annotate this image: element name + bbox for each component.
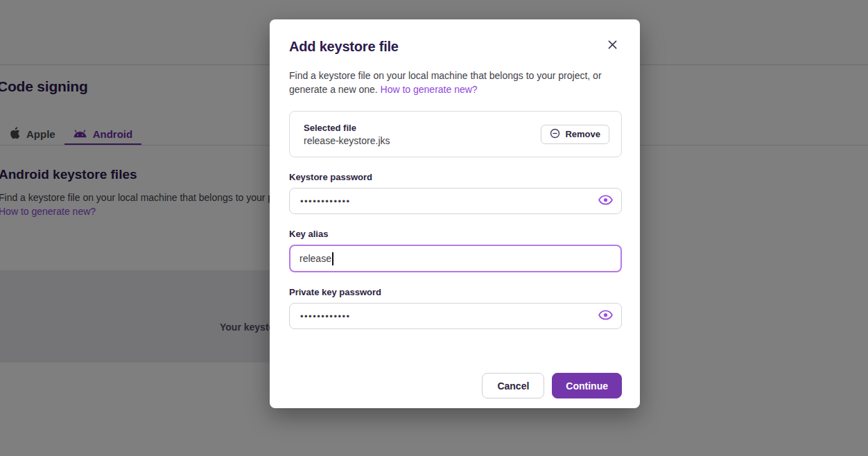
selected-file-label: Selected file — [304, 123, 390, 133]
close-button[interactable] — [604, 37, 620, 54]
selected-file-card: Selected file release-keystore.jks Remov… — [289, 111, 622, 157]
keystore-password-wrap — [289, 188, 622, 214]
private-key-password-input[interactable] — [289, 303, 622, 329]
eye-icon — [598, 310, 613, 322]
eye-icon — [598, 195, 613, 207]
selected-file-name: release-keystore.jks — [304, 135, 390, 146]
key-alias-label: Key alias — [289, 229, 622, 239]
close-icon — [608, 40, 617, 51]
private-key-password-wrap — [289, 303, 622, 329]
add-keystore-modal: Add keystore file Find a keystore file o… — [270, 19, 640, 408]
text-cursor — [332, 252, 333, 265]
screen: Code signing Apple — [0, 0, 868, 456]
key-alias-wrap: release — [289, 245, 622, 272]
modal-description: Find a keystore file on your local machi… — [289, 69, 615, 96]
key-alias-value: release — [300, 253, 331, 264]
toggle-keystore-password-button[interactable] — [596, 193, 615, 209]
modal-title: Add keystore file — [289, 37, 622, 55]
minus-circle-icon — [550, 128, 560, 141]
keystore-password-field: Keystore password — [289, 172, 622, 214]
generate-new-link[interactable]: How to generate new? — [381, 84, 478, 95]
key-alias-field: Key alias release — [289, 229, 622, 272]
private-key-password-label: Private key password — [289, 287, 622, 297]
modal-footer: Cancel Continue — [289, 373, 622, 398]
modal-header: Add keystore file — [289, 37, 622, 55]
remove-file-button[interactable]: Remove — [541, 125, 609, 144]
continue-button[interactable]: Continue — [552, 373, 622, 398]
keystore-password-input[interactable] — [289, 188, 622, 214]
cancel-button[interactable]: Cancel — [482, 373, 544, 398]
key-alias-input[interactable]: release — [289, 245, 622, 272]
remove-file-label: Remove — [565, 129, 600, 139]
keystore-password-label: Keystore password — [289, 172, 622, 182]
selected-file-meta: Selected file release-keystore.jks — [304, 123, 390, 146]
toggle-private-key-password-button[interactable] — [596, 308, 615, 324]
private-key-password-field: Private key password — [289, 287, 622, 329]
